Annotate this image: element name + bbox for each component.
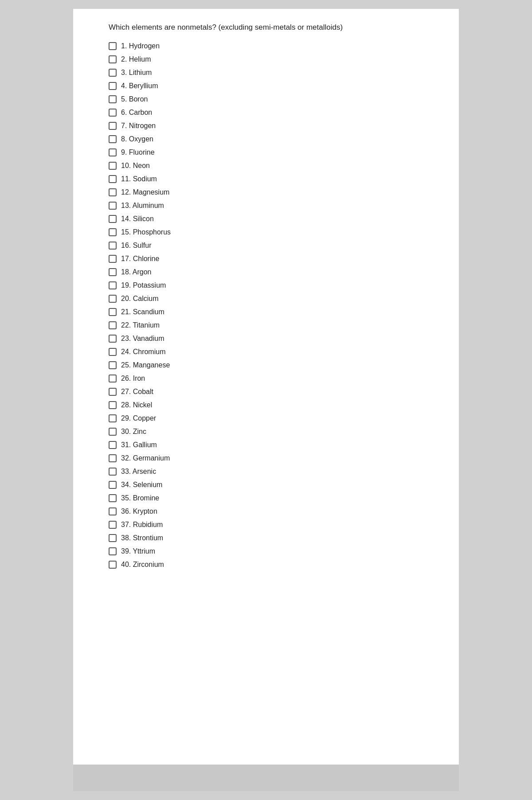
list-item[interactable]: 1. Hydrogen <box>109 41 437 51</box>
list-item[interactable]: 5. Boron <box>109 94 437 105</box>
list-item[interactable]: 29. Copper <box>109 413 437 424</box>
list-item[interactable]: 12. Magnesium <box>109 187 437 198</box>
checkbox[interactable] <box>109 308 117 316</box>
element-label: 25. Manganese <box>121 360 170 371</box>
content-card: Which elements are nonmetals? (excluding… <box>73 9 459 791</box>
element-label: 4. Beryllium <box>121 81 158 91</box>
list-item[interactable]: 24. Chromium <box>109 347 437 357</box>
checkbox[interactable] <box>109 69 117 77</box>
list-item[interactable]: 38. Strontium <box>109 533 437 543</box>
checkbox[interactable] <box>109 388 117 396</box>
checkbox[interactable] <box>109 281 117 289</box>
list-item[interactable]: 16. Sulfur <box>109 240 437 251</box>
checkbox[interactable] <box>109 375 117 382</box>
element-label: 3. Lithium <box>121 67 152 78</box>
checkbox[interactable] <box>109 162 117 170</box>
list-item[interactable]: 32. Germanium <box>109 453 437 464</box>
element-label: 35. Bromine <box>121 493 159 503</box>
list-item[interactable]: 7. Nitrogen <box>109 121 437 131</box>
element-label: 16. Sulfur <box>121 240 151 251</box>
checkbox[interactable] <box>109 335 117 343</box>
element-label: 29. Copper <box>121 413 156 424</box>
list-item[interactable]: 13. Aluminum <box>109 200 437 211</box>
element-label: 14. Silicon <box>121 214 154 224</box>
checkbox[interactable] <box>109 148 117 156</box>
list-item[interactable]: 19. Potassium <box>109 280 437 291</box>
element-label: 32. Germanium <box>121 453 170 464</box>
checkbox[interactable] <box>109 82 117 90</box>
checkbox[interactable] <box>109 215 117 223</box>
checkbox[interactable] <box>109 188 117 196</box>
list-item[interactable]: 35. Bromine <box>109 493 437 503</box>
checkbox[interactable] <box>109 521 117 529</box>
checkbox[interactable] <box>109 255 117 263</box>
checkbox[interactable] <box>109 348 117 356</box>
checkbox[interactable] <box>109 295 117 303</box>
checkbox[interactable] <box>109 122 117 130</box>
checkbox[interactable] <box>109 428 117 436</box>
element-label: 39. Yttrium <box>121 546 155 557</box>
list-item[interactable]: 15. Phosphorus <box>109 227 437 238</box>
checkbox[interactable] <box>109 547 117 555</box>
checkbox[interactable] <box>109 135 117 143</box>
list-item[interactable]: 27. Cobalt <box>109 386 437 397</box>
list-item[interactable]: 36. Krypton <box>109 506 437 517</box>
checkbox[interactable] <box>109 561 117 569</box>
list-item[interactable]: 8. Oxygen <box>109 134 437 144</box>
element-label: 23. Vanadium <box>121 333 164 344</box>
checkbox[interactable] <box>109 55 117 63</box>
element-label: 5. Boron <box>121 94 148 105</box>
list-item[interactable]: 31. Gallium <box>109 440 437 450</box>
checkbox[interactable] <box>109 441 117 449</box>
list-item[interactable]: 25. Manganese <box>109 360 437 371</box>
element-label: 26. Iron <box>121 373 145 384</box>
checkbox[interactable] <box>109 109 117 117</box>
checkbox[interactable] <box>109 242 117 250</box>
list-item[interactable]: 37. Rubidium <box>109 519 437 530</box>
list-item[interactable]: 21. Scandium <box>109 307 437 317</box>
list-item[interactable]: 22. Titanium <box>109 320 437 331</box>
element-label: 10. Neon <box>121 160 150 171</box>
list-item[interactable]: 3. Lithium <box>109 67 437 78</box>
list-item[interactable]: 39. Yttrium <box>109 546 437 557</box>
checkbox[interactable] <box>109 175 117 183</box>
element-label: 31. Gallium <box>121 440 157 450</box>
list-item[interactable]: 26. Iron <box>109 373 437 384</box>
list-item[interactable]: 9. Fluorine <box>109 147 437 158</box>
list-item[interactable]: 20. Calcium <box>109 293 437 304</box>
checkbox[interactable] <box>109 401 117 409</box>
list-item[interactable]: 11. Sodium <box>109 174 437 184</box>
list-item[interactable]: 4. Beryllium <box>109 81 437 91</box>
checkbox[interactable] <box>109 494 117 502</box>
list-item[interactable]: 6. Carbon <box>109 107 437 118</box>
question-text: Which elements are nonmetals? (excluding… <box>109 22 437 33</box>
list-item[interactable]: 10. Neon <box>109 160 437 171</box>
checkbox[interactable] <box>109 534 117 542</box>
list-item[interactable]: 34. Selenium <box>109 480 437 490</box>
list-item[interactable]: 14. Silicon <box>109 214 437 224</box>
element-label: 34. Selenium <box>121 480 162 490</box>
list-item[interactable]: 30. Zinc <box>109 426 437 437</box>
checkbox[interactable] <box>109 481 117 489</box>
list-item[interactable]: 40. Zirconium <box>109 559 437 570</box>
list-item[interactable]: 23. Vanadium <box>109 333 437 344</box>
checkbox[interactable] <box>109 321 117 329</box>
checkbox[interactable] <box>109 42 117 50</box>
list-item[interactable]: 18. Argon <box>109 267 437 277</box>
checkbox[interactable] <box>109 361 117 369</box>
list-item[interactable]: 17. Chlorine <box>109 254 437 264</box>
list-item[interactable]: 33. Arsenic <box>109 466 437 477</box>
checkbox[interactable] <box>109 454 117 462</box>
checkbox[interactable] <box>109 95 117 103</box>
list-item[interactable]: 28. Nickel <box>109 400 437 410</box>
element-label: 19. Potassium <box>121 280 166 291</box>
checkbox[interactable] <box>109 468 117 476</box>
checkbox[interactable] <box>109 507 117 515</box>
checkbox[interactable] <box>109 228 117 236</box>
checkbox[interactable] <box>109 268 117 276</box>
list-item[interactable]: 2. Helium <box>109 54 437 65</box>
checkbox[interactable] <box>109 414 117 422</box>
checkbox[interactable] <box>109 202 117 210</box>
element-label: 6. Carbon <box>121 107 152 118</box>
element-label: 20. Calcium <box>121 293 158 304</box>
